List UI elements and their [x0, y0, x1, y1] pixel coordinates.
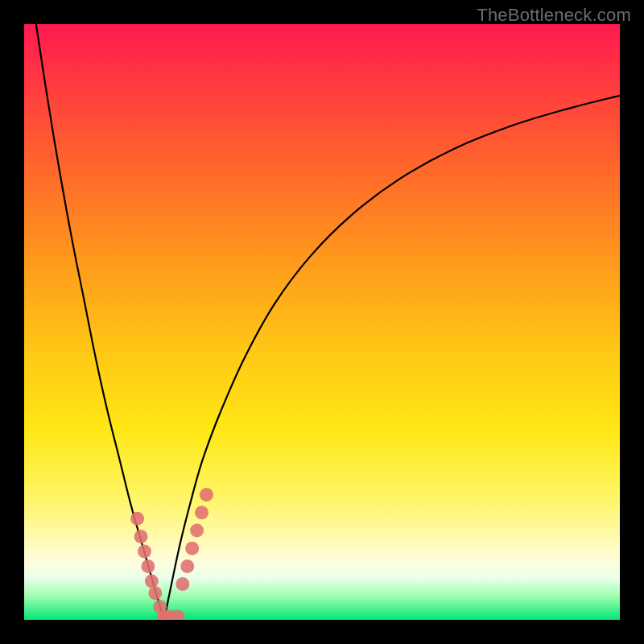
marker-left-cluster — [148, 586, 162, 600]
marker-right-cluster — [190, 524, 204, 538]
marker-left-cluster — [130, 512, 144, 526]
marker-right-cluster — [175, 577, 189, 591]
frame: TheBottleneck.com — [0, 0, 644, 644]
marker-left-cluster — [157, 610, 171, 620]
marker-left-cluster — [141, 559, 155, 573]
curve-left-branch — [36, 24, 164, 620]
marker-valley-floor — [171, 610, 184, 620]
marker-left-cluster — [153, 600, 167, 613]
marker-valley-floor — [157, 610, 171, 620]
curves-group — [36, 24, 620, 620]
marker-left-cluster — [134, 530, 148, 543]
marker-right-cluster — [185, 542, 199, 555]
curve-right-branch — [164, 96, 620, 620]
marker-valley-floor — [164, 610, 178, 620]
marker-right-cluster — [180, 559, 194, 573]
watermark: TheBottleneck.com — [477, 5, 631, 26]
marker-right-cluster — [195, 506, 208, 519]
markers-group — [130, 488, 213, 620]
marker-right-cluster — [200, 488, 213, 502]
marker-left-cluster — [145, 574, 159, 588]
marker-left-cluster — [138, 544, 151, 558]
curve-layer — [24, 24, 620, 620]
plot-area — [24, 24, 620, 620]
